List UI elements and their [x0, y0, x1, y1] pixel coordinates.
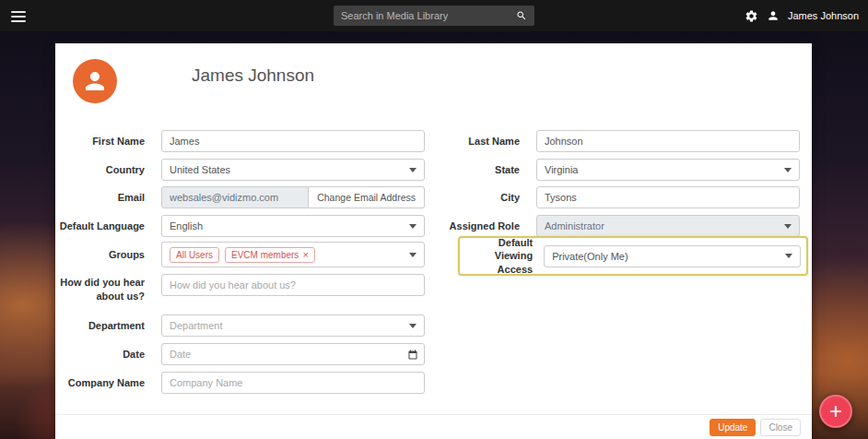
plus-icon: +: [829, 400, 842, 422]
change-email-button[interactable]: Change Email Address: [309, 186, 425, 208]
date-input[interactable]: [161, 343, 425, 365]
card-footer: Update Close: [55, 414, 812, 439]
field-row-company-name: Company Name: [55, 372, 425, 394]
groups-label: Groups: [55, 248, 145, 262]
add-fab-button[interactable]: +: [819, 395, 852, 428]
chevron-down-icon: [409, 168, 416, 172]
assigned-role-select: Administrator: [536, 215, 800, 237]
field-row-country: Country United States: [55, 159, 425, 181]
department-select[interactable]: Department: [161, 314, 425, 337]
groups-multiselect[interactable]: All Users EVCM members ×: [161, 242, 425, 267]
top-navigation-bar: James Johnson: [0, 0, 868, 31]
group-tag: All Users: [170, 247, 219, 263]
chevron-down-icon: [784, 168, 792, 172]
chevron-down-icon: [409, 324, 416, 328]
company-name-label: Company Name: [55, 376, 145, 390]
country-select[interactable]: United States: [161, 159, 425, 181]
assigned-role-label: Assigned Role: [432, 220, 520, 233]
field-row-email: Email Change Email Address: [55, 186, 425, 208]
company-name-input[interactable]: [161, 372, 425, 394]
email-label: Email: [55, 191, 145, 205]
city-input[interactable]: [536, 186, 800, 208]
field-row-date: Date: [55, 343, 425, 365]
first-name-input[interactable]: [161, 130, 425, 152]
remove-tag-icon[interactable]: ×: [302, 250, 308, 260]
user-icon[interactable]: [767, 9, 780, 22]
topbar-username[interactable]: James Johnson: [788, 10, 859, 21]
field-row-default-language: Default Language English: [55, 215, 425, 237]
search-input[interactable]: [341, 10, 516, 21]
chevron-down-icon: [785, 254, 792, 258]
chevron-down-icon: [409, 253, 416, 257]
field-row-assigned-role: Assigned Role Administrator: [432, 215, 800, 237]
update-button[interactable]: Update: [710, 419, 756, 436]
default-viewing-access-select[interactable]: Private(Only Me): [544, 245, 801, 267]
department-label: Department: [55, 319, 145, 333]
state-select[interactable]: Virginia: [536, 159, 800, 181]
hear-about-input[interactable]: [161, 274, 425, 296]
city-label: City: [432, 191, 520, 205]
field-row-first-name: First Name: [55, 130, 425, 152]
country-label: Country: [55, 163, 145, 177]
close-button[interactable]: Close: [760, 419, 801, 436]
field-row-hear-about: How did you hear about us?: [55, 274, 425, 303]
page-title: James Johnson: [192, 65, 314, 86]
field-row-groups: Groups All Users EVCM members ×: [55, 242, 425, 267]
group-tag: EVCM members ×: [225, 247, 315, 263]
hear-about-label: How did you hear about us?: [55, 274, 145, 303]
hamburger-menu-icon[interactable]: [11, 8, 26, 25]
default-viewing-access-highlight: Default Viewing Access Private(Only Me): [458, 236, 808, 276]
field-row-last-name: Last Name: [432, 130, 800, 152]
settings-gear-icon[interactable]: [745, 9, 758, 23]
avatar: [73, 59, 117, 103]
date-label: Date: [55, 348, 145, 362]
chevron-down-icon: [784, 224, 792, 229]
field-row-state: State Virginia: [432, 159, 800, 181]
state-label: State: [432, 163, 520, 177]
user-profile-card: James Johnson First Name Country United …: [55, 43, 812, 439]
media-library-search: [334, 6, 534, 26]
last-name-input[interactable]: [536, 130, 800, 152]
default-language-label: Default Language: [55, 220, 145, 233]
default-viewing-access-label: Default Viewing Access: [465, 236, 533, 276]
search-icon[interactable]: [516, 10, 527, 21]
first-name-label: First Name: [55, 135, 145, 148]
field-row-city: City: [432, 186, 800, 208]
field-row-department: Department Department: [55, 314, 425, 337]
chevron-down-icon: [409, 224, 416, 229]
default-language-select[interactable]: English: [161, 215, 425, 237]
email-field: [161, 186, 309, 208]
calendar-icon[interactable]: [407, 348, 418, 364]
last-name-label: Last Name: [432, 135, 520, 148]
